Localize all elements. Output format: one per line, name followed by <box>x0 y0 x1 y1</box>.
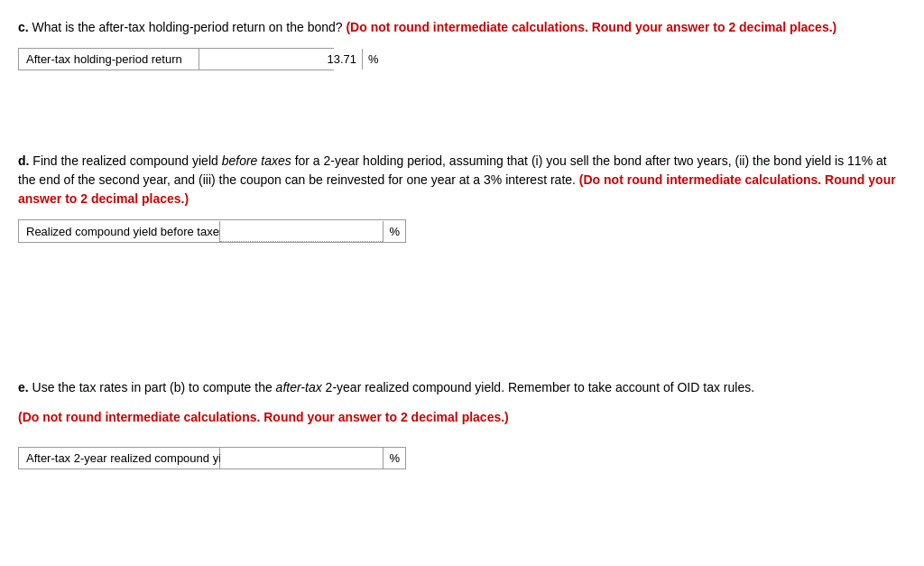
section-c-input-unit: % <box>362 49 384 70</box>
section-d-input-row: Realized compound yield before taxes % <box>18 219 406 243</box>
section-c: c. What is the after-tax holding-period … <box>18 18 906 70</box>
spacer-2 <box>18 270 906 324</box>
section-e-prefix: e. <box>18 380 29 394</box>
section-c-input-row: After-tax holding-period return % <box>18 48 334 70</box>
section-d-input-label: Realized compound yield before taxes <box>19 221 220 242</box>
section-e: e. Use the tax rates in part (b) to comp… <box>18 378 906 469</box>
section-d-question: d. Find the realized compound yield befo… <box>18 152 906 209</box>
section-c-highlight: (Do not round intermediate calculations.… <box>346 20 836 34</box>
section-c-main-text: What is the after-tax holding-period ret… <box>32 20 346 34</box>
section-c-input-field[interactable] <box>199 49 362 70</box>
section-d-input-field[interactable] <box>220 220 383 242</box>
section-e-input-row: After-tax 2-year realized compound yield… <box>18 447 406 469</box>
section-d-main-text-1: Find the realized compound yield <box>32 153 221 168</box>
section-c-question: c. What is the after-tax holding-period … <box>18 18 906 37</box>
section-e-main-text-1: Use the tax rates in part (b) to compute… <box>32 380 276 394</box>
section-d-input-unit: % <box>383 221 405 242</box>
section-e-italic-text: after-tax <box>276 380 322 394</box>
spacer-3 <box>18 324 906 378</box>
section-d-prefix: d. <box>18 153 29 168</box>
section-e-highlight: (Do not round intermediate calculations.… <box>18 408 906 427</box>
section-d: d. Find the realized compound yield befo… <box>18 152 906 243</box>
section-e-input-unit: % <box>383 448 405 469</box>
section-e-input-field[interactable] <box>220 448 383 469</box>
small-spacer <box>18 438 906 447</box>
spacer-1 <box>18 97 906 152</box>
section-c-input-label: After-tax holding-period return <box>19 49 199 70</box>
section-e-question: e. Use the tax rates in part (b) to comp… <box>18 378 906 397</box>
section-e-main-text-2: 2-year realized compound yield. Remember… <box>326 380 754 394</box>
section-c-prefix: c. <box>18 20 29 34</box>
section-e-input-label: After-tax 2-year realized compound yield <box>19 448 220 469</box>
section-d-italic-text: before taxes <box>222 153 291 168</box>
